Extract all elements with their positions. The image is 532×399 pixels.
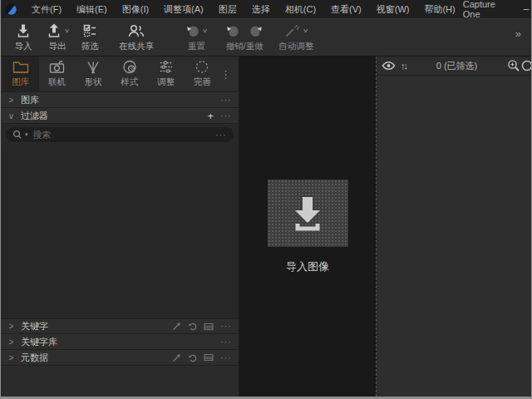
chevron-right-icon[interactable]: > bbox=[7, 322, 15, 331]
zoom-loupe-icon[interactable] bbox=[507, 59, 520, 72]
menu-help[interactable]: 帮助(H) bbox=[416, 0, 462, 18]
tab-shapes-label: 形状 bbox=[85, 76, 102, 88]
import-arrow-icon bbox=[288, 194, 328, 232]
tool-tab-overflow-button[interactable]: ⋮ bbox=[220, 68, 231, 81]
eye-icon[interactable] bbox=[382, 60, 396, 71]
tool-tab-bar: 图库 联机 形状 bbox=[1, 57, 239, 92]
menu-window[interactable]: 视窗(W) bbox=[369, 0, 417, 18]
tab-tethered[interactable]: 联机 bbox=[39, 57, 76, 92]
styles-circle-icon bbox=[122, 60, 137, 74]
sliders-icon bbox=[159, 60, 174, 74]
magic-wand-icon bbox=[284, 23, 301, 38]
browser-panel: ↑↓ 0 (已筛选) bbox=[376, 57, 531, 397]
import-images-button[interactable] bbox=[268, 180, 348, 247]
import-button[interactable]: 导入 bbox=[9, 22, 37, 52]
online-share-button[interactable]: 在线共享 bbox=[116, 22, 157, 52]
people-icon bbox=[126, 23, 146, 38]
import-label: 导入 bbox=[15, 41, 32, 52]
app-title: Capture One bbox=[463, 0, 506, 19]
import-icon bbox=[15, 22, 32, 39]
section-keywords-title: 关键字 bbox=[21, 320, 48, 332]
search-options-button[interactable]: ··· bbox=[215, 131, 227, 140]
toolbar-overflow-button[interactable]: » bbox=[515, 27, 521, 40]
redo-icon[interactable] bbox=[249, 23, 264, 38]
chevron-right-icon[interactable]: > bbox=[7, 96, 15, 105]
menu-image[interactable]: 图像(I) bbox=[115, 0, 156, 18]
export-button[interactable]: ∨ 导出 bbox=[42, 22, 72, 52]
metadata-section-menu-button[interactable]: ··· bbox=[220, 353, 232, 362]
reset-arrow-icon[interactable] bbox=[188, 353, 197, 362]
export-icon bbox=[46, 22, 62, 39]
filter-checklist-icon bbox=[82, 23, 97, 38]
chevron-down-icon[interactable]: ∨ bbox=[7, 111, 15, 121]
auto-adjust-button[interactable]: ∨ 自动调整 bbox=[275, 22, 317, 52]
main-area: 图库 联机 形状 bbox=[1, 57, 531, 397]
section-metadata[interactable]: > 元数据 ··· bbox=[1, 350, 239, 366]
capture-one-logo-icon bbox=[5, 3, 17, 16]
reset-dropdown-caret-icon[interactable]: ∨ bbox=[202, 27, 208, 34]
reset-button[interactable]: ∨ 重置 bbox=[182, 22, 210, 52]
tab-library[interactable]: 图库 bbox=[2, 57, 39, 92]
presets-list-icon[interactable] bbox=[204, 323, 214, 331]
tab-shapes[interactable]: 形状 bbox=[75, 57, 111, 92]
import-images-label: 导入图像 bbox=[286, 259, 329, 274]
copy-apply-arrow-icon[interactable] bbox=[172, 322, 181, 331]
section-metadata-title: 元数据 bbox=[21, 352, 48, 364]
keywords-section-menu-button[interactable]: ··· bbox=[220, 322, 232, 331]
browser-header: ↑↓ 0 (已筛选) bbox=[377, 57, 531, 76]
menu-adjustments[interactable]: 调整项(A) bbox=[156, 0, 211, 18]
reset-arrow-icon[interactable] bbox=[188, 322, 197, 331]
menu-file[interactable]: 文件(F) bbox=[24, 0, 69, 18]
auto-adjust-dropdown-caret-icon[interactable]: ∨ bbox=[303, 27, 308, 34]
auto-adjust-label: 自动调整 bbox=[278, 41, 313, 52]
menu-select[interactable]: 选择 bbox=[244, 0, 278, 18]
filters-section-menu-button[interactable]: ··· bbox=[220, 111, 232, 121]
tab-adjust[interactable]: 调整 bbox=[148, 57, 185, 92]
section-library[interactable]: > 图库 ··· bbox=[1, 92, 239, 108]
export-label: 导出 bbox=[49, 41, 66, 52]
library-section-menu-button[interactable]: ··· bbox=[220, 96, 232, 105]
chevron-right-icon[interactable]: > bbox=[7, 353, 15, 362]
search-placeholder: 搜索 bbox=[33, 129, 52, 141]
capture-one-window: 文件(F) 编辑(E) 图像(I) 调整项(A) 图层 选择 相机(C) 查看(… bbox=[0, 0, 532, 399]
tab-refine[interactable]: 完善 bbox=[184, 57, 220, 92]
section-filters-title: 过滤器 bbox=[21, 110, 48, 122]
toolbar: 导入 ∨ 导出 筛选 bbox=[1, 18, 531, 57]
export-dropdown-caret-icon[interactable]: ∨ bbox=[64, 27, 70, 34]
undo-redo-button[interactable]: 撤销/重做 bbox=[222, 22, 267, 52]
section-filters[interactable]: ∨ 过滤器 + ··· bbox=[1, 108, 239, 124]
undo-redo-label: 撤销/重做 bbox=[226, 41, 264, 52]
filters-content-area bbox=[1, 145, 239, 318]
search-input[interactable]: ▾ 搜索 ··· bbox=[6, 127, 234, 142]
sidebar-bottom-panel bbox=[1, 366, 239, 397]
titlebar: 文件(F) 编辑(E) 图像(I) 调整项(A) 图层 选择 相机(C) 查看(… bbox=[1, 0, 531, 18]
search-row: ▾ 搜索 ··· bbox=[1, 124, 239, 145]
camera-icon bbox=[48, 60, 66, 74]
tab-styles[interactable]: 样式 bbox=[111, 57, 148, 92]
brush-icon bbox=[85, 60, 101, 74]
presets-list-icon[interactable] bbox=[204, 353, 214, 362]
menu-camera[interactable]: 相机(C) bbox=[278, 0, 323, 18]
share-label: 在线共享 bbox=[119, 41, 154, 52]
keyword-library-section-menu-button[interactable]: ··· bbox=[220, 337, 232, 347]
search-scope-caret-icon[interactable]: ▾ bbox=[25, 131, 28, 138]
menu-view[interactable]: 查看(V) bbox=[323, 0, 369, 18]
tab-tethered-label: 联机 bbox=[48, 76, 66, 88]
menu-layers[interactable]: 图层 bbox=[211, 0, 244, 18]
tab-adjust-label: 调整 bbox=[157, 76, 175, 88]
minimize-button[interactable]: – bbox=[518, 0, 532, 18]
sort-order-icon[interactable]: ↑↓ bbox=[401, 61, 406, 71]
section-keywords[interactable]: > 关键字 ··· bbox=[1, 318, 239, 334]
filter-button[interactable]: 筛选 bbox=[76, 22, 104, 52]
menu-edit[interactable]: 编辑(E) bbox=[69, 0, 115, 18]
dashed-circle-icon bbox=[195, 60, 209, 74]
thumbnail-size-icon[interactable] bbox=[520, 59, 531, 72]
reset-icon bbox=[185, 23, 200, 38]
chevron-right-icon[interactable]: > bbox=[7, 337, 15, 347]
undo-icon[interactable] bbox=[225, 23, 240, 38]
folder-icon bbox=[12, 60, 30, 74]
section-keyword-library[interactable]: > 关键字库 ··· bbox=[1, 334, 239, 350]
filter-label: 筛选 bbox=[81, 41, 99, 52]
copy-apply-arrow-icon[interactable] bbox=[172, 353, 181, 362]
add-filter-button[interactable]: + bbox=[207, 111, 214, 121]
